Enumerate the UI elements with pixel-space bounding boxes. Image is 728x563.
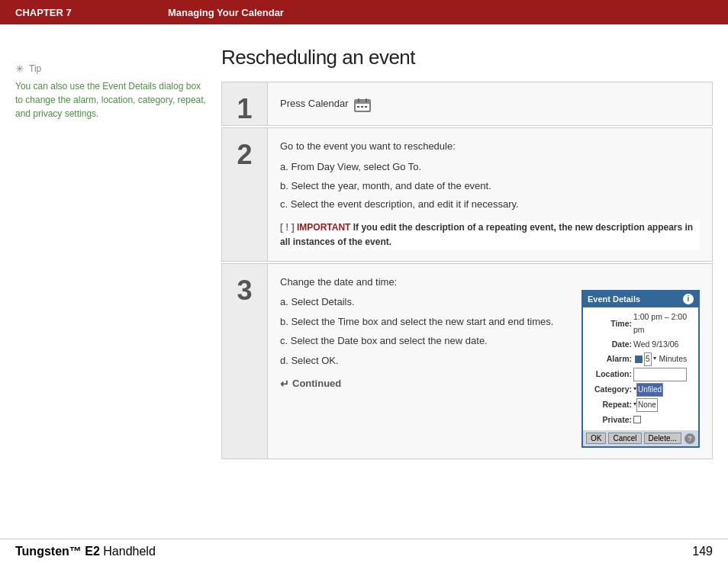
dialog-private-label: Private:	[588, 413, 632, 426]
step-3-list: a. Select Details. b. Select the Time bo…	[280, 294, 569, 368]
list-item: c. Select the Date box and select the ne…	[280, 333, 569, 349]
dialog-body: Time: 1:00 pm – 2:00 pm Date: Wed 9/13/0…	[583, 307, 698, 430]
dialog-time-value: 1:00 pm – 2:00 pm	[633, 310, 694, 336]
dialog-info-icon: i	[683, 294, 694, 304]
step-3-left: Change the date and time: a. Select Deta…	[280, 275, 569, 449]
footer: Tungsten™ E2 Handheld 149	[0, 539, 728, 563]
main-content: Rescheduling an event 1 Press Calendar	[221, 40, 713, 523]
event-details-dialog: Event Details i Time: 1:00 pm – 2:00 pm …	[581, 290, 700, 449]
step-3-inner: Change the date and time: a. Select Deta…	[280, 275, 700, 449]
dialog-category-value[interactable]: Unfiled	[636, 383, 663, 397]
dialog-row-time: Time: 1:00 pm – 2:00 pm	[588, 310, 694, 336]
step-3-number: 3	[222, 264, 268, 459]
step-2-content: Go to the event you want to reschedule: …	[268, 128, 712, 261]
continued-text: Continued	[292, 376, 341, 392]
tip-asterisk-icon: ✳	[15, 63, 24, 75]
step-3-intro: Change the date and time:	[280, 275, 569, 291]
dialog-help-icon[interactable]: ?	[685, 433, 695, 444]
private-checkbox[interactable]	[633, 416, 641, 423]
content-area: ✳ Tip You can also use the Event Details…	[0, 24, 728, 539]
svg-rect-6	[365, 106, 367, 108]
dialog-category-label: Category:	[588, 383, 632, 396]
dialog-date-value: Wed 9/13/06	[633, 338, 678, 351]
dialog-date-label: Date:	[588, 338, 632, 351]
dialog-delete-button[interactable]: Delete...	[644, 433, 681, 444]
list-item: b. Select the Time box and select the ne…	[280, 314, 569, 330]
dialog-row-category: Category: ▾ Unfiled	[588, 383, 694, 397]
sidebar: ✳ Tip You can also use the Event Details…	[0, 40, 221, 523]
dialog-alarm-unit: Minutes	[659, 352, 688, 365]
list-item: a. From Day View, select Go To.	[280, 159, 700, 175]
list-item: c. Select the event description, and edi…	[280, 197, 700, 213]
continued-arrow-icon: ↵	[280, 375, 289, 392]
dialog-title: Event Details	[588, 293, 640, 307]
dialog-row-date: Date: Wed 9/13/06	[588, 338, 694, 351]
step-1-text: Press Calendar	[280, 96, 349, 112]
step-2-list: a. From Day View, select Go To. b. Selec…	[280, 159, 700, 213]
dialog-location-label: Location:	[588, 368, 632, 381]
footer-page-number: 149	[692, 545, 713, 558]
tip-header: ✳ Tip	[15, 63, 206, 75]
dialog-time-label: Time:	[588, 317, 632, 330]
dialog-row-private: Private:	[588, 413, 694, 426]
svg-rect-4	[357, 106, 359, 108]
dialog-ok-button[interactable]: OK	[586, 433, 606, 444]
step-3: 3 Change the date and time: a. Select De…	[221, 263, 713, 460]
dialog-repeat-label: Repeat:	[588, 398, 632, 411]
dialog-repeat-value[interactable]: None	[636, 398, 658, 412]
step-2-intro: Go to the event you want to reschedule:	[280, 139, 700, 155]
step-1: 1 Press Calendar	[221, 82, 713, 126]
footer-brand-rest: Handheld	[103, 545, 156, 558]
dialog-titlebar: Event Details i	[583, 291, 698, 308]
step-1-number: 1	[222, 82, 268, 125]
header-chapter: CHAPTER 7	[15, 7, 168, 18]
list-item: b. Select the year, month, and date of t…	[280, 179, 700, 195]
dialog-row-location: Location:	[588, 368, 694, 381]
alarm-checkbox[interactable]	[635, 355, 643, 363]
dialog-footer: OK Cancel Delete... ?	[583, 430, 698, 446]
footer-brand: Tungsten™ E2 Handheld	[15, 545, 156, 558]
step-2-number: 2	[222, 128, 268, 261]
alarm-dropdown-icon: ▾	[653, 354, 656, 364]
continued: ↵ Continued	[280, 375, 569, 392]
important-label: IMPORTANT	[297, 222, 350, 233]
dialog-location-value[interactable]	[633, 368, 687, 381]
dialog-alarm-value[interactable]: 5	[644, 352, 652, 366]
list-item: a. Select Details.	[280, 294, 569, 310]
tip-text: You can also use the Event Details dialo…	[15, 79, 206, 121]
tip-label: Tip	[29, 63, 41, 74]
step-3-content: Change the date and time: a. Select Deta…	[268, 264, 712, 459]
dialog-row-repeat: Repeat: ▾ None	[588, 398, 694, 412]
dialog-cancel-button[interactable]: Cancel	[608, 433, 641, 444]
svg-rect-5	[361, 106, 363, 108]
step-2: 2 Go to the event you want to reschedule…	[221, 127, 713, 262]
calendar-icon	[354, 98, 371, 112]
dialog-row-alarm: Alarm: 5 ▾ Minutes	[588, 352, 694, 366]
tip-section: ✳ Tip You can also use the Event Details…	[15, 63, 206, 121]
step-1-content: Press Calendar	[268, 82, 712, 125]
svg-rect-1	[355, 100, 370, 104]
important-box: [ ! ] IMPORTANT If you edit the descript…	[280, 220, 700, 249]
header-title: Managing Your Calendar	[168, 7, 284, 18]
list-item: d. Select OK.	[280, 353, 569, 368]
important-bracket: [ ! ]	[280, 222, 295, 233]
header: CHAPTER 7 Managing Your Calendar	[0, 0, 728, 24]
page-title: Rescheduling an event	[221, 46, 713, 69]
footer-brand-bold: Tungsten™ E2	[15, 545, 100, 558]
dialog-alarm-label: Alarm:	[588, 352, 632, 365]
